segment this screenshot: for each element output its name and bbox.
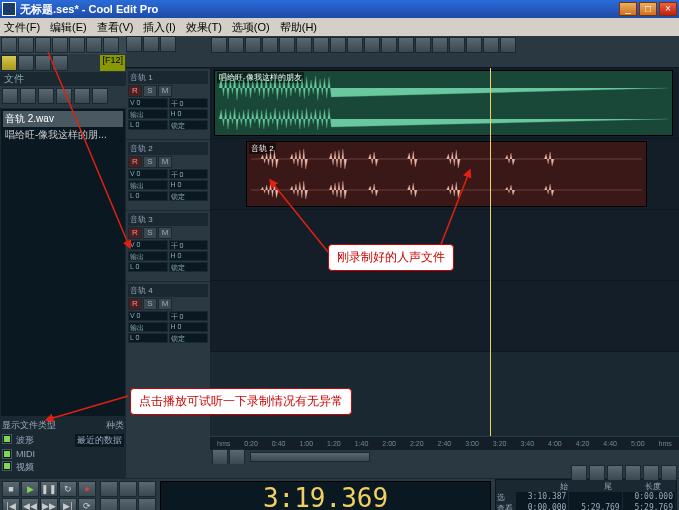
track-mute-btn[interactable]: M xyxy=(158,298,172,310)
toolbar-btn[interactable] xyxy=(347,37,363,53)
zoom-btn[interactable] xyxy=(625,465,641,481)
zoom-btn[interactable] xyxy=(607,465,623,481)
file-item[interactable]: 音轨 2.wav xyxy=(3,111,123,127)
toolbar-btn[interactable] xyxy=(483,37,499,53)
track-tool-btn[interactable] xyxy=(143,36,159,52)
checkbox-wave[interactable] xyxy=(2,434,12,444)
view-begin[interactable]: 0:00.000 xyxy=(516,503,568,510)
close-button[interactable]: × xyxy=(659,2,677,16)
toolbar-btn[interactable] xyxy=(69,37,85,53)
view-len[interactable]: 5:29.769 xyxy=(623,503,675,510)
time-ruler[interactable]: hms0:200:401:001:201:402:002:202:403:003… xyxy=(210,436,679,450)
toolbar-btn[interactable] xyxy=(432,37,448,53)
file-btn[interactable] xyxy=(56,88,72,104)
zoom-btn[interactable] xyxy=(100,498,118,510)
track-L[interactable]: L 0 xyxy=(128,120,168,130)
toolbar-btn[interactable] xyxy=(86,37,102,53)
toolbar-btn[interactable] xyxy=(103,37,119,53)
view-end[interactable]: 5:29.769 xyxy=(569,503,621,510)
zoom-btn[interactable] xyxy=(100,481,118,497)
track-dry[interactable]: 干 0 xyxy=(169,98,209,108)
file-open-btn[interactable] xyxy=(2,88,18,104)
zoom-btn[interactable] xyxy=(643,465,659,481)
track-tool-btn[interactable] xyxy=(160,36,176,52)
toolbar-btn[interactable] xyxy=(466,37,482,53)
track-h[interactable]: H 0 xyxy=(169,180,209,190)
toolbar-btn[interactable] xyxy=(415,37,431,53)
toolbar-btn[interactable] xyxy=(279,37,295,53)
mode-btn[interactable] xyxy=(52,55,68,71)
mode-btn[interactable] xyxy=(1,55,17,71)
file-btn[interactable] xyxy=(38,88,54,104)
toolbar-btn[interactable] xyxy=(52,37,68,53)
menu-bar[interactable]: 文件(F) 编辑(E) 查看(V) 插入(I) 效果(T) 选项(O) 帮助(H… xyxy=(0,18,679,36)
track-L[interactable]: L 0 xyxy=(128,191,168,201)
sel-end[interactable] xyxy=(569,492,621,503)
zoom-out-btn[interactable] xyxy=(212,449,228,465)
goto-end-button[interactable]: ▶| xyxy=(59,498,77,510)
checkbox-video[interactable] xyxy=(2,461,12,471)
track-arm-btn[interactable]: R xyxy=(128,298,142,310)
forward-button[interactable]: ▶▶ xyxy=(40,498,58,510)
timeline-header[interactable] xyxy=(210,54,679,68)
track-name[interactable]: 音轨 4 xyxy=(128,284,208,297)
track-mute-btn[interactable]: M xyxy=(158,227,172,239)
zoom-btn[interactable] xyxy=(138,498,156,510)
checkbox-midi[interactable] xyxy=(2,449,12,459)
track-solo-btn[interactable]: S xyxy=(143,227,157,239)
toolbar-btn[interactable] xyxy=(18,37,34,53)
track-dry[interactable]: 干 0 xyxy=(169,169,209,179)
toolbar-btn[interactable] xyxy=(245,37,261,53)
zoom-in-btn[interactable] xyxy=(229,449,245,465)
track-h[interactable]: H 0 xyxy=(169,322,209,332)
play-loop-button[interactable]: ↻ xyxy=(59,481,77,497)
track-solo-btn[interactable]: S xyxy=(143,85,157,97)
mode-btn[interactable] xyxy=(35,55,51,71)
track-header-4[interactable]: 音轨 4 RSM V 0干 0 输出H 0 L 0锁定 xyxy=(126,281,210,352)
toolbar-btn[interactable] xyxy=(1,37,17,53)
audio-clip-vocal[interactable]: 音轨 2 xyxy=(246,141,647,207)
pause-button[interactable]: ❚❚ xyxy=(40,481,58,497)
track-name[interactable]: 音轨 2 xyxy=(128,142,208,155)
track-out[interactable]: 输出 xyxy=(128,322,168,332)
track-out[interactable]: 输出 xyxy=(128,251,168,261)
zoom-btn[interactable] xyxy=(138,481,156,497)
track-vol[interactable]: V 0 xyxy=(128,240,168,250)
track-vol[interactable]: V 0 xyxy=(128,311,168,321)
track-dry[interactable]: 干 0 xyxy=(169,240,209,250)
menu-help[interactable]: 帮助(H) xyxy=(280,20,317,35)
record-button[interactable]: ● xyxy=(78,481,96,497)
track-lock[interactable]: 锁定 xyxy=(169,120,209,130)
toolbar-btn[interactable] xyxy=(228,37,244,53)
track-dry[interactable]: 干 0 xyxy=(169,311,209,321)
audio-clip-backing[interactable]: 唱给旺-像我这样的朋友 xyxy=(214,70,673,136)
scroll-thumb[interactable] xyxy=(250,452,370,462)
track-lock[interactable]: 锁定 xyxy=(169,333,209,343)
track-lock[interactable]: 锁定 xyxy=(169,262,209,272)
sel-begin[interactable]: 3:10.387 xyxy=(516,492,568,503)
track-solo-btn[interactable]: S xyxy=(143,298,157,310)
track-vol[interactable]: V 0 xyxy=(128,98,168,108)
menu-edit[interactable]: 编辑(E) xyxy=(50,20,87,35)
track-header-2[interactable]: 音轨 2 RSM V 0干 0 输出H 0 L 0锁定 xyxy=(126,139,210,210)
track-lane-4[interactable] xyxy=(210,281,679,352)
toolbar-btn[interactable] xyxy=(364,37,380,53)
track-name[interactable]: 音轨 3 xyxy=(128,213,208,226)
zoom-btn[interactable] xyxy=(589,465,605,481)
file-btn[interactable] xyxy=(74,88,90,104)
toolbar-btn[interactable] xyxy=(381,37,397,53)
zoom-btn[interactable] xyxy=(119,481,137,497)
file-close-btn[interactable] xyxy=(20,88,36,104)
toolbar-btn[interactable] xyxy=(262,37,278,53)
toolbar-btn[interactable] xyxy=(296,37,312,53)
menu-options[interactable]: 选项(O) xyxy=(232,20,270,35)
menu-insert[interactable]: 插入(I) xyxy=(143,20,175,35)
goto-start-button[interactable]: |◀ xyxy=(2,498,20,510)
track-lane-1[interactable]: 唱给旺-像我这样的朋友 xyxy=(210,68,679,139)
menu-effects[interactable]: 效果(T) xyxy=(186,20,222,35)
toolbar-btn[interactable] xyxy=(330,37,346,53)
rewind-button[interactable]: ◀◀ xyxy=(21,498,39,510)
track-lane-2[interactable]: 音轨 2 xyxy=(210,139,679,210)
track-header-3[interactable]: 音轨 3 RSM V 0干 0 输出H 0 L 0锁定 xyxy=(126,210,210,281)
toolbar-btn[interactable] xyxy=(313,37,329,53)
